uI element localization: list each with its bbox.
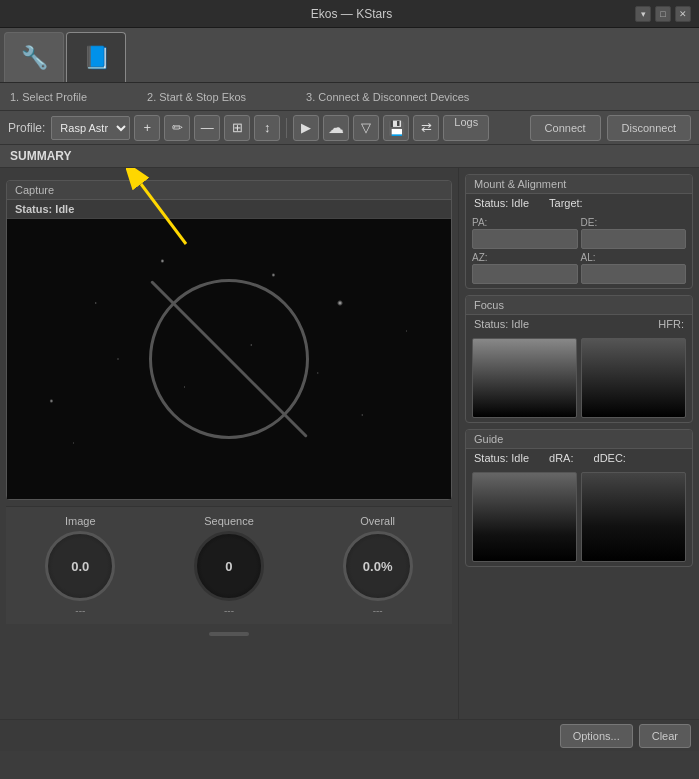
drag-handle[interactable] xyxy=(209,632,249,636)
clear-button[interactable]: Clear xyxy=(639,724,691,748)
minimize-button[interactable]: ▾ xyxy=(635,6,651,22)
guide-gra-label: dRA: xyxy=(549,452,573,464)
edit-profile-button[interactable]: ✏ xyxy=(164,115,190,141)
image-meter-value: 0.0 xyxy=(71,559,89,574)
filter-button[interactable]: ▽ xyxy=(353,115,379,141)
connect-section: Connect Disconnect xyxy=(530,115,691,141)
overall-meter-value: 0.0% xyxy=(363,559,393,574)
al-field-group: AL: xyxy=(581,252,687,284)
image-meter-label: Image xyxy=(65,515,96,527)
clone-profile-button[interactable]: ⊞ xyxy=(224,115,250,141)
overall-meter-circle: 0.0% xyxy=(343,531,413,601)
import-button[interactable]: ↕ xyxy=(254,115,280,141)
title-bar: Ekos — KStars ▾ □ ✕ xyxy=(0,0,699,28)
sequence-meter-group: Sequence 0 --- xyxy=(194,515,264,616)
right-panel: Mount & Alignment Status: Idle Target: P… xyxy=(459,168,699,719)
guide-boxes xyxy=(466,468,692,566)
focus-status-text: Status: Idle xyxy=(474,318,529,330)
profile-select[interactable]: Rasp Astr xyxy=(51,116,130,140)
step2-label: 2. Start & Stop Ekos xyxy=(147,91,246,103)
focus-gradient-boxes xyxy=(466,334,692,422)
play-button[interactable]: ▶ xyxy=(293,115,319,141)
capture-status: Status: Idle xyxy=(7,200,451,219)
guide-status-text: Status: Idle xyxy=(474,452,529,464)
guide-box-right xyxy=(581,472,686,562)
guide-title: Guide xyxy=(466,430,692,449)
sequence-meter-value: 0 xyxy=(225,559,232,574)
sequence-meter-sub: --- xyxy=(224,605,234,616)
mount-alignment-section: Mount & Alignment Status: Idle Target: P… xyxy=(465,174,693,289)
guide-box-left xyxy=(472,472,577,562)
mount-alignment-title: Mount & Alignment xyxy=(466,175,692,194)
al-value xyxy=(581,264,687,284)
pa-field-group: PA: xyxy=(472,217,578,249)
logs-button[interactable]: Logs xyxy=(443,115,489,141)
connect-button[interactable]: Connect xyxy=(530,115,601,141)
bottom-bar: Options... Clear xyxy=(0,719,699,751)
steps-bar: 1. Select Profile 2. Start & Stop Ekos 3… xyxy=(0,83,699,111)
guide-gdec-label: dDEC: xyxy=(594,452,626,464)
az-label: AZ: xyxy=(472,252,578,263)
mount-fields: PA: DE: AZ: AL: xyxy=(466,213,692,288)
ekos-icon: 📘 xyxy=(83,45,110,71)
de-label: DE: xyxy=(581,217,687,228)
save-button[interactable]: 💾 xyxy=(383,115,409,141)
drag-handle-area xyxy=(6,630,452,638)
focus-section: Focus Status: Idle HFR: xyxy=(465,295,693,423)
focus-status-row: Status: Idle HFR: xyxy=(466,315,692,334)
al-label: AL: xyxy=(581,252,687,263)
add-profile-button[interactable]: + xyxy=(134,115,160,141)
close-button[interactable]: ✕ xyxy=(675,6,691,22)
pa-label: PA: xyxy=(472,217,578,228)
de-field-group: DE: xyxy=(581,217,687,249)
guide-status-row: Status: Idle dRA: dDEC: xyxy=(466,449,692,468)
overall-meter-group: Overall 0.0% --- xyxy=(343,515,413,616)
capture-section: Capture Status: Idle xyxy=(6,180,452,500)
tools-icon: 🔧 xyxy=(21,45,48,71)
focus-title: Focus xyxy=(466,296,692,315)
focus-hfr-label: HFR: xyxy=(658,318,684,330)
cloud-button[interactable]: ☁ xyxy=(323,115,349,141)
capture-title: Capture xyxy=(7,181,451,200)
focus-box-left xyxy=(472,338,577,418)
guide-section: Guide Status: Idle dRA: dDEC: xyxy=(465,429,693,567)
tab-tools[interactable]: 🔧 xyxy=(4,32,64,82)
step1-label: 1. Select Profile xyxy=(10,91,87,103)
summary-header: SUMMARY xyxy=(0,145,699,168)
sequence-meter-label: Sequence xyxy=(204,515,254,527)
pa-value xyxy=(472,229,578,249)
maximize-button[interactable]: □ xyxy=(655,6,671,22)
mount-alignment-status: Status: Idle Target: xyxy=(466,194,692,213)
capture-image xyxy=(7,219,451,499)
step3-label: 3. Connect & Disconnect Devices xyxy=(306,91,469,103)
disconnect-button[interactable]: Disconnect xyxy=(607,115,691,141)
toolbar-separator xyxy=(286,118,287,138)
sequence-meter-circle: 0 xyxy=(194,531,264,601)
image-meter-circle: 0.0 xyxy=(45,531,115,601)
image-meter-group: Image 0.0 --- xyxy=(45,515,115,616)
mount-status-text: Status: Idle xyxy=(474,197,529,209)
swap-button[interactable]: ⇄ xyxy=(413,115,439,141)
meters-row: Image 0.0 --- Sequence 0 --- Overall xyxy=(6,506,452,624)
title-bar-text: Ekos — KStars xyxy=(68,7,635,21)
tab-bar: 🔧 📘 xyxy=(0,28,699,83)
profile-label: Profile: xyxy=(8,121,45,135)
az-value xyxy=(472,264,578,284)
tab-ekos[interactable]: 📘 xyxy=(66,32,126,82)
az-field-group: AZ: xyxy=(472,252,578,284)
overall-meter-label: Overall xyxy=(360,515,395,527)
title-bar-controls: ▾ □ ✕ xyxy=(635,6,691,22)
de-value xyxy=(581,229,687,249)
body-panels: Capture Status: Idle Image 0.0 xyxy=(0,168,699,719)
capture-status-text: Status: Idle xyxy=(15,203,74,215)
mount-target-label: Target: xyxy=(549,197,583,209)
focus-box-right xyxy=(581,338,686,418)
remove-profile-button[interactable]: — xyxy=(194,115,220,141)
image-meter-sub: --- xyxy=(75,605,85,616)
toolbar: Profile: Rasp Astr + ✏ — ⊞ ↕ ▶ ☁ ▽ 💾 ⇄ L… xyxy=(0,111,699,145)
left-panel: Capture Status: Idle Image 0.0 xyxy=(0,168,459,719)
overall-meter-sub: --- xyxy=(373,605,383,616)
options-button[interactable]: Options... xyxy=(560,724,633,748)
